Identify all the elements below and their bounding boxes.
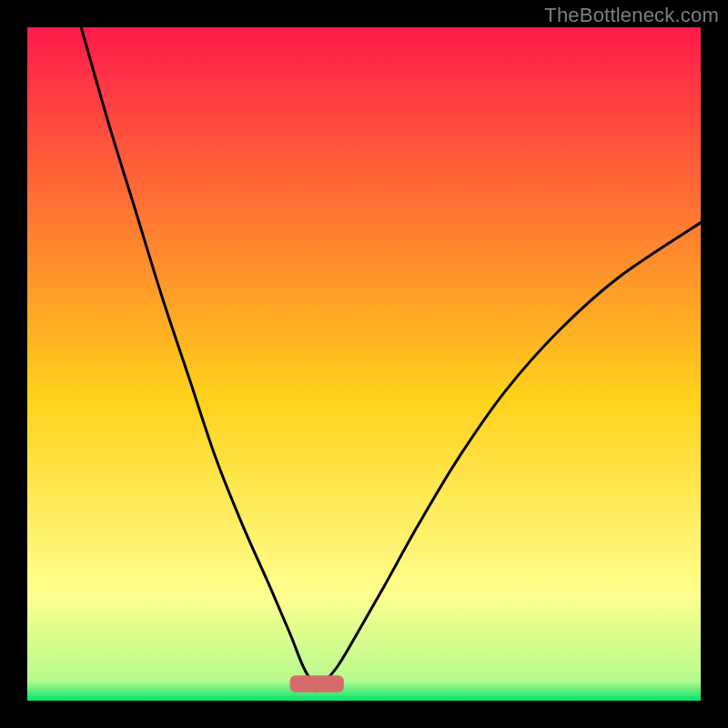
plot-area (27, 27, 701, 701)
optimal-marker (290, 675, 344, 693)
chart-container: TheBottleneck.com (0, 0, 728, 728)
attribution-watermark: TheBottleneck.com (544, 4, 719, 27)
chart-svg (27, 27, 701, 701)
gradient-background (27, 27, 701, 701)
